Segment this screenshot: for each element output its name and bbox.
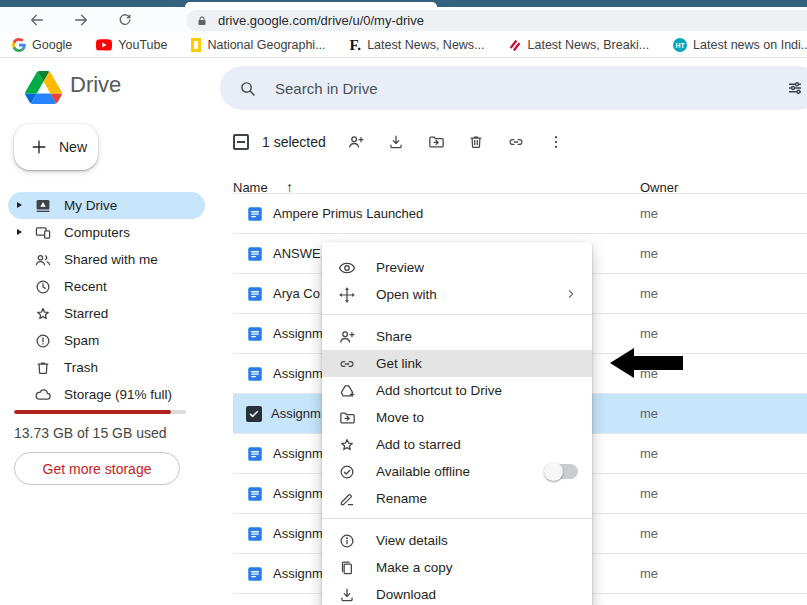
file-name: Assignm: [273, 526, 323, 541]
address-bar[interactable]: drive.google.com/drive/u/0/my-drive: [186, 10, 807, 31]
cloud-storage-icon: [34, 386, 52, 404]
sidebar-item-label: Trash: [64, 360, 98, 375]
bookmark-news-india[interactable]: HT Latest news on Indi...: [673, 38, 807, 52]
google-docs-icon: [246, 485, 264, 503]
trash-icon[interactable]: [467, 133, 485, 151]
copy-icon: [338, 559, 356, 577]
chevron-right-icon: [564, 287, 578, 301]
download-icon: [338, 586, 356, 604]
download-icon[interactable]: [387, 133, 405, 151]
sidebar-item-computers[interactable]: Computers: [8, 219, 205, 246]
sidebar-item-label: Spam: [64, 333, 99, 348]
trash-icon: [34, 359, 52, 377]
black-left-arrow-annotation: [607, 345, 685, 381]
person-add-icon[interactable]: [347, 133, 365, 151]
drive-logo-icon[interactable]: [25, 71, 62, 104]
search-options-icon[interactable]: [786, 79, 804, 97]
menu-item-label: Open with: [376, 287, 437, 302]
search-icon[interactable]: [238, 79, 257, 98]
available-offline-toggle[interactable]: [546, 464, 578, 479]
google-docs-icon: [246, 525, 264, 543]
menu-item-add-to-starred[interactable]: Add to starred: [322, 431, 592, 458]
bookmark-natgeo[interactable]: National Geographi...: [191, 38, 325, 52]
url-text[interactable]: drive.google.com/drive/u/0/my-drive: [218, 13, 424, 28]
file-owner: me: [640, 446, 658, 461]
google-docs-icon: [246, 365, 264, 383]
menu-item-label: Share: [376, 329, 412, 344]
sidebar-item-trash[interactable]: Trash: [8, 354, 205, 381]
red-stripes-icon: [509, 39, 522, 52]
lock-icon[interactable]: [196, 14, 208, 28]
file-name: Ampere Primus Launched: [273, 206, 423, 221]
indeterminate-checkbox[interactable]: [233, 134, 249, 150]
menu-item-open-with[interactable]: Open with: [322, 281, 592, 308]
sidebar-item-my-drive[interactable]: My Drive: [8, 192, 205, 219]
file-owner: me: [640, 286, 658, 301]
file-owner: me: [640, 406, 658, 421]
search-input[interactable]: [273, 79, 713, 98]
get-more-storage-button[interactable]: Get more storage: [14, 452, 180, 485]
move-to-folder-icon[interactable]: [427, 133, 445, 151]
menu-item-label: Move to: [376, 410, 424, 425]
expand-arrow-icon[interactable]: [17, 202, 22, 208]
menu-separator: [322, 314, 592, 315]
bookmark-news-breaking[interactable]: Latest News, Breaki...: [509, 38, 650, 52]
google-docs-icon: [246, 565, 264, 583]
more-options-icon[interactable]: [547, 133, 565, 151]
folder-move-icon: [338, 409, 356, 427]
file-name: Arya Co: [273, 286, 320, 301]
menu-item-add-shortcut[interactable]: Add shortcut to Drive: [322, 377, 592, 404]
drive-shortcut-icon: [338, 382, 356, 400]
open-with-icon: [338, 286, 356, 304]
back-icon[interactable]: [29, 12, 45, 28]
search-bar[interactable]: [220, 66, 807, 110]
file-name: Assignm: [273, 326, 323, 341]
browser-window: drive.google.com/drive/u/0/my-drive Goog…: [0, 0, 807, 605]
menu-item-label: Preview: [376, 260, 424, 275]
checked-checkbox[interactable]: [246, 406, 262, 422]
bookmark-youtube[interactable]: YouTube: [96, 38, 167, 52]
menu-item-view-details[interactable]: View details: [322, 527, 592, 554]
bookmark-label: YouTube: [118, 38, 167, 52]
menu-item-get-link[interactable]: Get link: [322, 350, 592, 377]
sidebar-nav: My Drive Computers Shared with me Recent: [0, 192, 213, 408]
expand-arrow-icon[interactable]: [17, 229, 22, 235]
menu-item-share[interactable]: Share: [322, 323, 592, 350]
menu-item-label: Add to starred: [376, 437, 461, 452]
file-name: Assignm: [273, 366, 323, 381]
menu-item-download[interactable]: Download: [322, 581, 592, 605]
menu-separator: [322, 518, 592, 519]
file-owner: me: [640, 206, 658, 221]
menu-item-label: Add shortcut to Drive: [376, 383, 502, 398]
star-icon: [34, 305, 52, 323]
person-add-icon: [338, 328, 356, 346]
menu-item-rename[interactable]: Rename: [322, 485, 592, 512]
my-drive-icon: [34, 197, 52, 215]
file-name: Assignm: [273, 486, 323, 501]
bookmark-label: Latest News, Breaki...: [528, 38, 650, 52]
menu-item-move-to[interactable]: Move to: [322, 404, 592, 431]
bookmark-google[interactable]: Google: [12, 38, 72, 52]
bookmark-news-f[interactable]: F. Latest News, News...: [350, 37, 485, 54]
sidebar-item-starred[interactable]: Starred: [8, 300, 205, 327]
drive-header: Drive: [0, 58, 807, 112]
storage-progress-fill: [14, 410, 171, 414]
google-docs-icon: [246, 205, 264, 223]
menu-item-available-offline[interactable]: Available offline: [322, 458, 592, 485]
link-icon[interactable]: [507, 133, 525, 151]
forward-icon[interactable]: [73, 12, 89, 28]
table-row[interactable]: Ampere Primus Launched me: [233, 194, 807, 234]
spam-icon: [34, 332, 52, 350]
google-docs-icon: [246, 285, 264, 303]
storage-progress-bar: [14, 410, 186, 414]
selection-toolbar: 1 selected: [233, 127, 587, 157]
menu-item-preview[interactable]: Preview: [322, 254, 592, 281]
sidebar-item-spam[interactable]: Spam: [8, 327, 205, 354]
menu-item-make-a-copy[interactable]: Make a copy: [322, 554, 592, 581]
reload-icon[interactable]: [117, 12, 133, 28]
computers-icon: [34, 224, 52, 242]
sidebar-item-storage[interactable]: Storage (91% full): [8, 381, 205, 408]
sidebar-item-recent[interactable]: Recent: [8, 273, 205, 300]
new-button[interactable]: New: [14, 124, 98, 170]
sidebar-item-shared-with-me[interactable]: Shared with me: [8, 246, 205, 273]
